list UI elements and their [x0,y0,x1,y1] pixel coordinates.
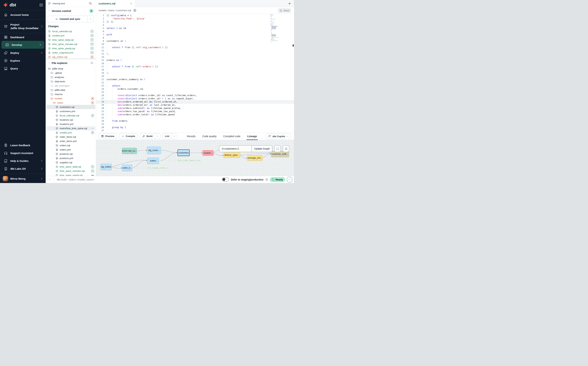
lint-dropdown[interactable] [172,134,177,139]
new-tab-icon[interactable] [288,2,291,6]
lineage-node-customers[interactable]: customers [178,149,190,156]
build-button[interactable]: Build [140,133,160,139]
tree-item-locations.sql[interactable]: locations.sql [46,118,95,122]
save-button[interactable]: Save [278,8,291,13]
lineage-graph[interactable]: ecom.raw_cu...stg_custo...customerscusto… [96,140,294,176]
tree-item-products.sql[interactable]: products.sql [46,152,95,156]
change-item-models.yml[interactable]: models.yml+ [46,33,96,38]
sidebar-item-explore[interactable]: Explore [0,57,46,64]
sidebar-item-dbt-labs-dx[interactable]: dbt Labs DX [0,165,46,173]
sidebar-item-query[interactable]: Query [0,64,46,72]
more-options-button[interactable] [287,177,292,182]
cube-icon [56,114,58,117]
branch-row: mwong-test [46,0,96,7]
file-explorer-header[interactable]: File explorer [46,61,96,65]
refresh-graph-button[interactable] [283,145,289,152]
collapse-command-bar-button[interactable] [46,178,54,181]
sidebar-item-dashboard[interactable]: Dashboard [0,33,46,41]
tree-item-time_spine_minutes.sql[interactable]: time_spine_minutes.sql+ [46,169,95,173]
commit-and-sync-button[interactable]: Commit and sync [48,16,94,22]
tree-item-jaffle-data[interactable]: jaffle-data [46,88,95,92]
row-menu-icon[interactable] [91,127,94,130]
commit-dropdown-button[interactable] [87,16,94,22]
chevron-right-icon [39,43,42,46]
sidebar-item-leave-feedback[interactable]: Leave feedback [0,141,46,149]
dbt-copilot-button[interactable]: dbt Copilot [266,133,291,139]
lineage-node-stg_orders[interactable]: stg_orders [100,164,112,170]
tree-item-products.yml[interactable]: products.yml [46,156,95,160]
sidebar-item-help-guides[interactable]: Help & Guides [0,157,46,165]
help-icon[interactable] [265,178,268,181]
lineage-node-orders[interactable]: orders [147,158,159,164]
tree-item-customers.sql[interactable]: customers.sql [46,105,95,109]
sidebar-item-account-home[interactable]: Account home [0,10,46,19]
tree-item-fiscal_calendar.sql[interactable]: fiscal_calendar.sql+ [46,113,95,118]
tree-item-models[interactable]: models [46,96,95,100]
sidebar-item-project[interactable]: ProjectJaffle Shop Snowflake [0,20,46,33]
tree-item-order_items.sql[interactable]: order_items.sql [46,135,95,139]
tree-item-models.yml[interactable]: models.yml+ [46,130,95,135]
lineage-node-order_it[interactable]: order_it... [122,165,132,171]
tree-item-.github[interactable]: .github [46,71,95,75]
tree-item-dbt_packages[interactable]: dbt_packages [46,84,95,88]
close-icon[interactable] [130,2,133,5]
tree-item-locations.yml[interactable]: locations.yml [46,122,95,126]
lint-button[interactable]: Lint [163,133,177,139]
tree-item-data-tests[interactable]: data-tests [46,79,95,84]
code-line-31: 31 sum(orders.tax_paid) as lifetime_tax_… [96,110,294,113]
modified-badge [91,97,94,100]
lineage-node-average[interactable]: average_ord... [247,155,263,161]
tree-item-marts[interactable]: marts [46,100,95,105]
sidebar-collapse-icon[interactable] [39,3,43,7]
tab-customers-sql[interactable]: customers.sql [96,0,135,7]
update-graph-button[interactable]: Update Graph [252,145,272,152]
tree-item-customers.yml[interactable]: customers.yml [46,109,95,113]
lineage-node-lifetime[interactable]: lifetime_spen... [223,152,240,158]
change-item-fiscal_calendar.sql[interactable]: fiscal_calendar.sql+ [46,29,96,33]
fullscreen-button[interactable] [274,145,281,152]
lineage-node-custom[interactable]: custom... [202,150,214,156]
chevron-right-icon [40,25,43,28]
panel-tab-code-quality[interactable]: Code quality [199,133,220,140]
preview-button[interactable]: Preview [98,133,117,139]
command-bar: dbt build --select <model_name> Defer to… [46,176,294,183]
change-item-order_snapshot.yml[interactable]: order_snapshot.yml+ [46,50,96,55]
code-editor[interactable]: 1{{ config(meta = {2 'favorite_food': 'p… [96,14,294,132]
tree-item-order_items.yml[interactable]: order_items.yml [46,139,95,143]
panel-tab-results[interactable]: Results [184,133,199,140]
tree-item-analyses[interactable]: analyses [46,75,95,79]
editor-scrollbar[interactable] [293,44,294,46]
code-line-27: 27 count(distinct orders.order_id) > 1 a… [96,97,294,100]
explore-icon[interactable] [133,9,136,12]
copy-branch-icon[interactable] [89,2,92,5]
sidebar-item-develop[interactable]: Develop [1,41,44,49]
tree-item-macros[interactable]: macros [46,92,95,96]
change-item-stg_orders.sql[interactable]: stg_orders.sql [46,55,96,58]
compile-button[interactable]: Compile [119,133,138,139]
tree-item-orders.yml[interactable]: orders.yml [46,147,95,152]
search-icon[interactable] [90,61,93,64]
sidebar-item-deploy[interactable]: Deploy [0,49,46,57]
lineage-node-ecom[interactable]: ecom.raw_cu... [122,148,137,154]
version-control-header[interactable]: Version control 8 [46,9,96,13]
command-input[interactable]: dbt build --select <model_name> [54,178,222,181]
tree-item-time_spine_yearly.sql[interactable]: time_spine_yearly.sql [46,173,95,176]
lineage-selector-input[interactable]: 2+customers+2 [219,147,252,150]
tree-item-orders.sql[interactable]: orders.sql [46,143,95,147]
change-item-time_spine_daily.sql[interactable]: time_spine_daily.sql+ [46,38,96,42]
defer-toggle[interactable] [222,178,229,182]
tree-item-jaffle-shop[interactable]: jaffle-shop [46,67,95,71]
account-home-icon [4,13,8,17]
change-item-time_spine_yearly.sql[interactable]: time_spine_yearly.sql+ [46,46,96,50]
change-item-time_spine_minutes.sql[interactable]: time_spine_minutes.sql+ [46,42,96,46]
panel-tab-lineage[interactable]: Lineage [244,133,261,140]
tree-item-supplies.sql[interactable]: supplies.sql [46,160,95,165]
sidebar-item-support-assistant[interactable]: Support Assistant [0,149,46,157]
tree-item-metricflow_time_spine.sql[interactable]: metricflow_time_spine.sql [46,126,95,130]
build-dropdown[interactable] [155,134,160,139]
panel-tab-compiled-code[interactable]: Compiled code [220,133,244,140]
user-menu[interactable]: Mirna Wong [0,174,46,183]
lineage-node-stg_custo[interactable]: stg_custo... [147,147,161,154]
tree-item-time_spine_daily.sql[interactable]: time_spine_daily.sql+ [46,165,95,169]
code-line-13: 13), [96,52,294,55]
